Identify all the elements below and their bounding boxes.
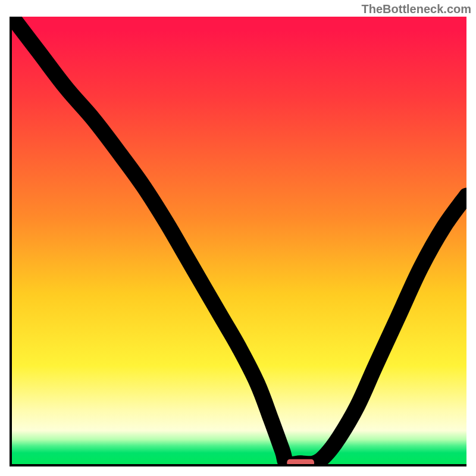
curve-layer — [12, 17, 466, 464]
optimal-marker — [287, 459, 314, 466]
watermark-text: TheBottleneck.com — [362, 2, 471, 16]
chart-container: TheBottleneck.com — [0, 0, 476, 476]
bottleneck-curve — [12, 17, 466, 464]
plot-area — [10, 17, 466, 466]
